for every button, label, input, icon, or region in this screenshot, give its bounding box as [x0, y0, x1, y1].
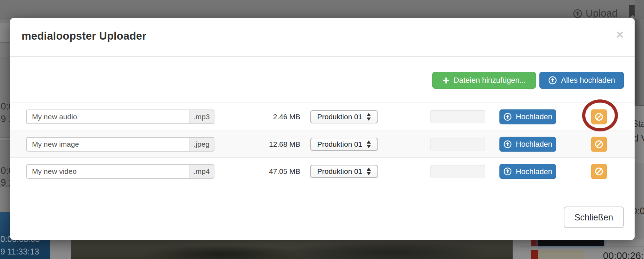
- filename-input[interactable]: [26, 137, 189, 152]
- ban-icon: [594, 112, 604, 121]
- select-spinner-icon: [367, 140, 371, 148]
- clip-list-accent: [531, 250, 538, 259]
- upload-row-label: Hochladen: [516, 140, 552, 149]
- upload-row-button[interactable]: Hochladen: [499, 164, 556, 179]
- select-spinner-icon: [367, 168, 371, 175]
- modal-title: medialoopster Uploader: [22, 30, 146, 42]
- right-text-fragment: d V: [633, 133, 644, 144]
- upload-row-button[interactable]: Hochladen: [499, 137, 556, 152]
- filename-input[interactable]: [26, 110, 189, 124]
- clip-timecode: 00:00:26:0: [603, 250, 644, 259]
- backdrop-divider: [0, 57, 10, 57]
- filename-input-group: .mp3: [26, 110, 214, 124]
- upload-row-label: Hochladen: [516, 167, 552, 176]
- clip-list-accent: [531, 239, 538, 246]
- upload-row: .mp3 2.46 MB Produktion 01 Hochladen: [10, 103, 635, 130]
- production-select-value: Produktion 01: [317, 113, 362, 121]
- video-player-frame: [71, 239, 513, 259]
- upload-row-button[interactable]: Hochladen: [499, 109, 556, 124]
- backdrop-band: [50, 239, 71, 259]
- cancel-upload-button[interactable]: [591, 137, 607, 152]
- file-size: 12.68 MB: [236, 140, 300, 148]
- backdrop-band: [0, 43, 10, 57]
- upload-all-label: Alles hochladen: [561, 76, 615, 85]
- upload-row: .mp4 47.05 MB Produktion 01 Hochladen: [10, 157, 635, 185]
- filename-input[interactable]: [26, 164, 189, 179]
- modal-footer: Schließen: [10, 194, 635, 240]
- ban-icon: [594, 139, 604, 149]
- backdrop-band: [0, 23, 10, 42]
- ban-icon: [594, 167, 604, 176]
- plus-icon: [442, 77, 450, 84]
- circle-arrow-up-icon: [548, 76, 557, 85]
- add-files-button[interactable]: Dateien hinzufügen...: [432, 72, 536, 89]
- clip-thumbnail[interactable]: [538, 250, 585, 259]
- navbar-upload-button[interactable]: Upload: [573, 8, 618, 19]
- clip-thumbnail-selected[interactable]: [538, 239, 604, 246]
- progress-bar: [430, 138, 485, 151]
- circle-arrow-up-icon: [503, 112, 512, 121]
- backdrop-band: [635, 0, 644, 19]
- uploader-modal: medialoopster Uploader × Dateien hinzufü…: [10, 18, 635, 240]
- backdrop-divider: [0, 140, 10, 141]
- filename-input-group: .jpeg: [26, 137, 214, 152]
- upload-row: .jpeg 12.68 MB Produktion 01 Hochladen: [10, 130, 635, 158]
- navbar: [0, 0, 644, 19]
- cancel-upload-button[interactable]: [591, 109, 607, 124]
- progress-bar: [430, 165, 485, 178]
- filename-input-group: .mp4: [26, 164, 214, 179]
- backdrop-band: [635, 163, 644, 239]
- upload-all-button[interactable]: Alles hochladen: [539, 72, 624, 89]
- production-select-value: Produktion 01: [317, 140, 362, 148]
- file-extension-addon: .mp3: [189, 110, 214, 124]
- navbar-upload-label: Upload: [586, 8, 618, 19]
- file-extension-addon: .mp4: [189, 164, 214, 179]
- backdrop-band: [0, 187, 10, 212]
- production-select[interactable]: Produktion 01: [310, 110, 378, 123]
- player-timecode-2: 9 11:33:13: [0, 247, 39, 257]
- upload-row-label: Hochladen: [516, 112, 552, 121]
- select-spinner-icon: [367, 113, 371, 121]
- rows-bottom-divider: [10, 185, 635, 185]
- close-icon[interactable]: ×: [616, 29, 623, 41]
- production-select[interactable]: Produktion 01: [310, 165, 378, 178]
- circle-arrow-up-icon: [503, 167, 512, 176]
- backdrop-band: [0, 138, 10, 140]
- progress-bar: [430, 110, 485, 123]
- modal-header: medialoopster Uploader ×: [10, 18, 635, 57]
- cancel-upload-button[interactable]: [591, 164, 607, 179]
- scrollbar-shadow: [635, 19, 644, 105]
- backdrop-divider: [520, 246, 644, 246]
- circle-arrow-up-icon: [503, 140, 512, 148]
- close-modal-button[interactable]: Schließen: [564, 207, 624, 228]
- upload-circle-arrow-icon: [573, 9, 582, 18]
- file-size: 2.46 MB: [236, 113, 300, 121]
- add-files-label: Dateien hinzufügen...: [454, 76, 526, 85]
- production-select-value: Produktion 01: [317, 167, 362, 176]
- file-size: 47.05 MB: [236, 167, 300, 176]
- file-extension-addon: .jpeg: [189, 137, 214, 152]
- production-select[interactable]: Produktion 01: [310, 138, 378, 151]
